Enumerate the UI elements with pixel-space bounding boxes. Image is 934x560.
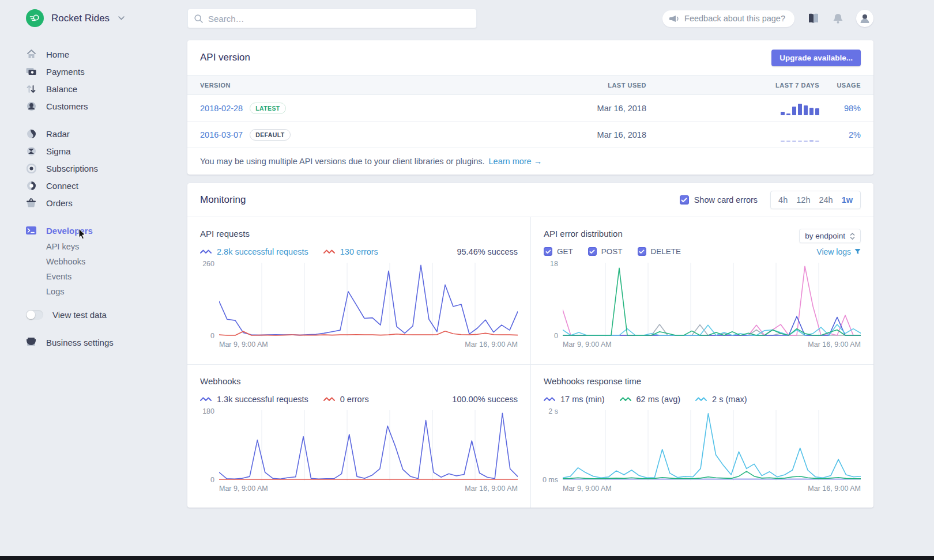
range-4h[interactable]: 4h [778,195,788,205]
y-axis: 2600 [200,263,219,336]
topbar: Feedback about this page? [187,9,873,28]
show-card-errors-checkbox-row[interactable]: Show card errors [680,195,758,205]
upgrade-available-button[interactable]: Upgrade available... [771,50,861,66]
chevron-down-icon [118,16,125,20]
y-axis: 2 s0 ms [544,410,563,480]
view-logs-link[interactable]: View logs [816,247,861,256]
method-delete-checkbox-row[interactable]: DELETE [638,247,681,256]
chart-legend: 2.8k successful requests 130 errors 95.4… [200,244,518,259]
api-version-title: API version [200,52,250,63]
api-version-footer: You may be using multiple API versions d… [187,148,873,175]
get-checkbox[interactable] [544,247,552,256]
sidebar-item-label: Payments [46,67,85,77]
usage-percent-link[interactable]: 2% [819,130,861,139]
table-row[interactable]: 2016-03-07 DEFAULT Mar 16, 2018 2% [187,122,873,148]
chart-title: API error distribution [544,229,623,239]
sidebar-subitem-api-keys[interactable]: API keys [26,239,187,254]
sidebar-item-developers[interactable]: Developers [26,222,187,239]
show-card-errors-label: Show card errors [694,195,758,205]
sidebar-item-label: Developers [46,226,93,236]
home-icon [26,49,36,59]
sidebar-item-balance[interactable]: Balance [26,80,187,97]
group-by-select[interactable]: by endpoint [799,229,861,243]
chart-cell-webhooks: Webhooks 1.3k successful requests 0 erro… [187,364,530,508]
usage-sparkline [781,101,819,115]
user-avatar[interactable] [856,10,873,27]
table-row[interactable]: 2018-02-28 LATEST Mar 16, 2018 98% [187,95,873,122]
success-rate: 95.46% success [457,247,518,256]
sidebar-item-sigma[interactable]: Sigma [26,142,187,160]
last-used-value: Mar 16, 2018 [508,104,646,113]
view-test-data-label: View test data [52,310,107,320]
footer-note: You may be using multiple API versions d… [200,157,485,166]
sidebar-item-orders[interactable]: Orders [26,194,187,211]
search-box[interactable] [187,9,477,28]
orders-icon [26,198,36,208]
account-switcher[interactable]: Rocket Rides [26,9,187,27]
x-axis: Mar 9, 9:00 AMMar 16, 9:00 AM [219,340,518,349]
monitoring-controls: Show card errors 4h 12h 24h 1w [680,191,861,209]
line-swatch-icon [620,396,632,402]
funnel-icon [854,248,861,255]
megaphone-icon [669,15,679,22]
legend-successful-requests[interactable]: 1.3k successful requests [200,395,308,404]
legend-min[interactable]: 17 ms (min) [544,395,605,404]
webhooks-response-time-chart [563,410,861,480]
x-axis: Mar 9, 9:00 AMMar 16, 9:00 AM [563,485,861,493]
radar-icon [26,128,36,139]
sidebar-subitem-events[interactable]: Events [26,269,187,284]
line-swatch-icon [323,396,336,402]
y-axis: 1800 [200,410,219,480]
range-12h[interactable]: 12h [796,195,810,205]
search-input[interactable] [208,14,470,24]
line-swatch-icon [323,248,336,255]
api-version-header: API version Upgrade available... [187,40,873,75]
sidebar-subitem-webhooks[interactable]: Webhooks [26,254,187,269]
y-axis: 180 [544,263,563,336]
version-link[interactable]: 2018-02-28 [200,104,243,113]
chart-cell-webhooks-response-time: Webhooks response time 17 ms (min) 62 ms… [530,364,873,508]
sidebar-item-radar[interactable]: Radar [26,125,187,142]
method-post-checkbox-row[interactable]: POST [588,247,623,256]
legend-successful-requests[interactable]: 2.8k successful requests [200,247,308,256]
view-test-data-toggle[interactable] [26,310,43,320]
docs-book-icon[interactable] [807,13,820,24]
sidebar-item-connect[interactable]: Connect [26,177,187,194]
legend-errors[interactable]: 130 errors [323,247,378,256]
charts-grid: API requests 2.8k successful requests 13… [187,217,873,508]
notifications-bell-icon[interactable] [833,13,843,24]
toggle-knob [27,311,35,319]
line-swatch-icon [200,396,212,402]
sidebar-subitem-logs[interactable]: Logs [26,284,187,299]
delete-checkbox[interactable] [638,247,646,256]
status-badge: DEFAULT [250,129,290,141]
legend-avg[interactable]: 62 ms (avg) [620,395,681,404]
chart-legend: GET POST DELETE View logs [544,244,861,259]
method-get-checkbox-row[interactable]: GET [544,247,573,256]
api-version-table-header: VERSION LAST USED LAST 7 DAYS USAGE [187,75,873,95]
post-checkbox[interactable] [588,247,597,256]
feedback-button[interactable]: Feedback about this page? [662,10,794,27]
sidebar-item-payments[interactable]: Payments [26,63,187,80]
chart-title: Webhooks response time [544,376,641,386]
usage-percent-link[interactable]: 98% [819,104,861,113]
time-range-selector: 4h 12h 24h 1w [770,191,861,209]
sidebar-item-label: Connect [46,181,78,191]
range-24h[interactable]: 24h [819,195,833,205]
x-axis: Mar 9, 9:00 AMMar 16, 9:00 AM [219,485,518,493]
sidebar-item-business-settings[interactable]: Business settings [26,334,187,351]
show-card-errors-checkbox[interactable] [680,195,689,205]
sidebar-item-subscriptions[interactable]: Subscriptions [26,160,187,177]
legend-max[interactable]: 2 s (max) [695,395,747,404]
learn-more-link[interactable]: Learn more → [489,157,543,166]
column-version: VERSION [200,82,508,89]
monitoring-title: Monitoring [200,194,246,206]
sidebar-item-label: Business settings [46,338,114,347]
version-link[interactable]: 2016-03-07 [200,130,243,139]
sidebar-item-customers[interactable]: Customers [26,97,187,115]
sidebar-item-label: Sigma [46,146,71,156]
sidebar-item-home[interactable]: Home [26,46,187,63]
legend-errors[interactable]: 0 errors [323,395,369,404]
range-1w[interactable]: 1w [842,195,853,205]
chart-legend: 1.3k successful requests 0 errors 100.00… [200,391,518,407]
